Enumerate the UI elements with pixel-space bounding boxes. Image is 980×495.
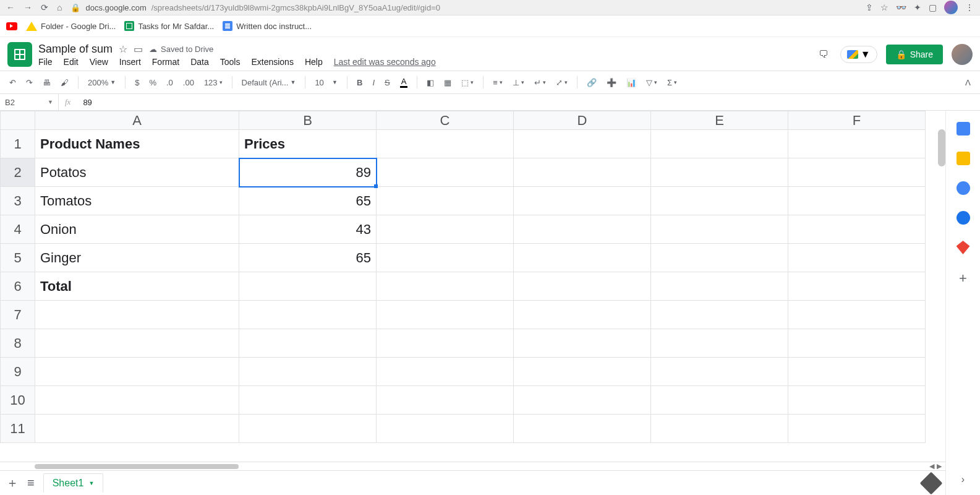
cell-B3[interactable]: 65 — [239, 187, 377, 215]
doc-title[interactable]: Sample of sum — [38, 43, 113, 56]
cell-D10[interactable] — [514, 386, 651, 415]
cell-E3[interactable] — [651, 187, 788, 215]
borders-button[interactable]: ▦ — [441, 76, 454, 89]
meet-button[interactable]: ▼ — [840, 46, 877, 63]
column-header-A[interactable]: A — [35, 111, 239, 130]
cell-A7[interactable] — [35, 301, 239, 329]
cell-C1[interactable] — [377, 130, 514, 158]
bold-button[interactable]: B — [354, 76, 365, 89]
row-header-6[interactable]: 6 — [1, 272, 35, 301]
extensions-icon[interactable]: ✦ — [914, 2, 921, 12]
row-header-7[interactable]: 7 — [1, 301, 35, 329]
cell-A10[interactable] — [35, 386, 239, 415]
cell-F4[interactable] — [788, 215, 926, 244]
cell-E2[interactable] — [651, 158, 788, 187]
maps-icon[interactable] — [957, 241, 970, 254]
rotate-button[interactable]: ⤢ ▾ — [553, 76, 571, 89]
cell-C2[interactable] — [377, 158, 514, 187]
cell-B1[interactable]: Prices — [239, 130, 377, 158]
cell-D1[interactable] — [514, 130, 651, 158]
cell-A6[interactable]: Total — [35, 272, 239, 301]
cell-F11[interactable] — [788, 415, 926, 443]
profile-avatar[interactable] — [944, 1, 958, 14]
menu-tools[interactable]: Tools — [220, 57, 241, 67]
cell-B5[interactable]: 65 — [239, 244, 377, 272]
currency-button[interactable]: $ — [132, 76, 142, 89]
redo-button[interactable]: ↷ — [23, 76, 36, 89]
cell-F8[interactable] — [788, 329, 926, 358]
row-header-11[interactable]: 11 — [1, 415, 35, 443]
wrap-button[interactable]: ↵ ▾ — [531, 76, 549, 89]
undo-button[interactable]: ↶ — [6, 76, 19, 89]
text-color-button[interactable]: A — [397, 75, 411, 90]
cell-A3[interactable]: Tomatos — [35, 187, 239, 215]
cell-B8[interactable] — [239, 329, 377, 358]
cell-D8[interactable] — [514, 329, 651, 358]
cell-A2[interactable]: Potatos — [35, 158, 239, 187]
horizontal-scrollbar[interactable]: ◀▶ — [0, 462, 945, 470]
scroll-left-icon[interactable]: ◀ — [929, 462, 934, 470]
chart-button[interactable]: 📊 — [623, 76, 639, 89]
cell-F2[interactable] — [788, 158, 926, 187]
cell-F6[interactable] — [788, 272, 926, 301]
cell-F1[interactable] — [788, 130, 926, 158]
cell-E8[interactable] — [651, 329, 788, 358]
decrease-decimal-button[interactable]: .0 — [163, 76, 176, 89]
cell-D4[interactable] — [514, 215, 651, 244]
cell-E9[interactable] — [651, 358, 788, 386]
cell-D11[interactable] — [514, 415, 651, 443]
cell-A1[interactable]: Product Names — [35, 130, 239, 158]
column-header-C[interactable]: C — [377, 111, 514, 130]
menu-extensions[interactable]: Extensions — [251, 57, 293, 67]
saved-to-drive[interactable]: ☁ Saved to Drive — [149, 45, 213, 54]
cell-B6[interactable] — [239, 272, 377, 301]
cell-D5[interactable] — [514, 244, 651, 272]
paint-format-button[interactable]: 🖌 — [58, 76, 72, 89]
menu-view[interactable]: View — [90, 57, 108, 67]
cell-B4[interactable]: 43 — [239, 215, 377, 244]
print-button[interactable]: 🖶 — [40, 76, 54, 89]
account-avatar[interactable] — [952, 44, 973, 65]
column-header-D[interactable]: D — [514, 111, 651, 130]
cell-D7[interactable] — [514, 301, 651, 329]
row-header-10[interactable]: 10 — [1, 386, 35, 415]
menu-data[interactable]: Data — [190, 57, 209, 67]
add-addon-button[interactable]: + — [959, 270, 967, 286]
formula-input[interactable]: 89 — [77, 98, 92, 107]
link-button[interactable]: 🔗 — [584, 76, 600, 89]
cell-C6[interactable] — [377, 272, 514, 301]
cell-E11[interactable] — [651, 415, 788, 443]
select-all-corner[interactable] — [1, 111, 35, 130]
column-header-B[interactable]: B — [239, 111, 377, 130]
comments-icon[interactable]: 🗨 — [816, 46, 832, 62]
contacts-icon[interactable] — [957, 211, 970, 225]
home-icon[interactable]: ⌂ — [57, 2, 62, 12]
hide-panel-button[interactable]: › — [961, 474, 965, 485]
cell-A4[interactable]: Onion — [35, 215, 239, 244]
cell-B10[interactable] — [239, 386, 377, 415]
bookmark-written-doc[interactable]: Written doc instruct... — [223, 21, 312, 31]
keep-icon[interactable] — [957, 152, 970, 165]
cell-E4[interactable] — [651, 215, 788, 244]
row-header-2[interactable]: 2 — [1, 158, 35, 187]
cell-C4[interactable] — [377, 215, 514, 244]
cell-E7[interactable] — [651, 301, 788, 329]
comment-button[interactable]: ➕ — [603, 76, 620, 89]
tasks-icon[interactable] — [957, 181, 970, 195]
functions-button[interactable]: Σ ▾ — [664, 76, 680, 89]
cell-E10[interactable] — [651, 386, 788, 415]
last-edit-link[interactable]: Last edit was seconds ago — [334, 57, 436, 67]
row-header-3[interactable]: 3 — [1, 187, 35, 215]
vertical-scrollbar[interactable] — [938, 129, 945, 166]
star-outline-icon[interactable]: ☆ — [119, 43, 127, 55]
cell-B2[interactable]: 89 — [239, 158, 377, 187]
reload-icon[interactable]: ⟳ — [41, 2, 48, 12]
cell-A8[interactable] — [35, 329, 239, 358]
cell-C8[interactable] — [377, 329, 514, 358]
cell-D2[interactable] — [514, 158, 651, 187]
column-header-F[interactable]: F — [788, 111, 926, 130]
filter-button[interactable]: ▽ ▾ — [643, 76, 660, 89]
explore-button[interactable] — [920, 471, 943, 494]
number-format-button[interactable]: 123▾ — [201, 76, 226, 89]
cell-E1[interactable] — [651, 130, 788, 158]
